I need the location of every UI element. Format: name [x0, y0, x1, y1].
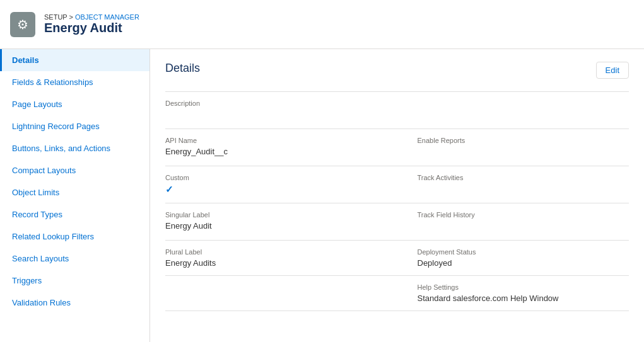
singular-label-label: Singular Label	[165, 211, 387, 219]
description-value	[165, 110, 619, 121]
empty-left-cell	[165, 276, 397, 311]
sidebar-item-search-layouts[interactable]: Search Layouts	[0, 248, 149, 270]
sidebar-item-page-layouts[interactable]: Page Layouts	[0, 93, 149, 115]
api-name-value: Energy_Audit__c	[165, 147, 387, 156]
help-settings-value: Standard salesforce.com Help Window	[418, 294, 619, 303]
custom-label: Custom	[165, 174, 387, 181]
deployment-status-label: Deployment Status	[418, 248, 619, 256]
breadcrumb-setup: SETUP	[44, 13, 67, 21]
sidebar-item-details[interactable]: Details	[0, 49, 149, 71]
plural-label-field: Plural Label Energy Audits	[165, 241, 397, 276]
track-activities-field: Track Activities	[397, 166, 629, 203]
track-field-history-value	[418, 221, 619, 232]
details-header: Details Edit	[165, 62, 629, 79]
deployment-status-field: Deployment Status Deployed	[397, 241, 629, 276]
content-area: Details Edit Description API Name Energy…	[150, 49, 644, 342]
plural-label-value: Energy Audits	[165, 258, 387, 268]
main-layout: Details Fields & Relationships Page Layo…	[0, 49, 644, 342]
enable-reports-field: Enable Reports	[397, 129, 629, 166]
enable-reports-value	[418, 147, 619, 158]
deployment-status-value: Deployed	[418, 258, 619, 268]
sidebar-item-lightning-record-pages[interactable]: Lightning Record Pages	[0, 115, 149, 137]
sidebar-item-validation-rules[interactable]: Validation Rules	[0, 292, 149, 314]
sidebar-item-object-limits[interactable]: Object Limits	[0, 181, 149, 203]
header-text: SETUP > OBJECT MANAGER Energy Audit	[44, 13, 139, 35]
sidebar-item-compact-layouts[interactable]: Compact Layouts	[0, 159, 149, 181]
breadcrumb-object-manager[interactable]: OBJECT MANAGER	[75, 13, 139, 21]
api-name-field: API Name Energy_Audit__c	[165, 129, 397, 166]
sidebar-item-triggers[interactable]: Triggers	[0, 270, 149, 292]
detail-grid: Description API Name Energy_Audit__c Ena…	[165, 91, 629, 311]
sidebar-item-fields-relationships[interactable]: Fields & Relationships	[0, 71, 149, 93]
sidebar-item-buttons-links-actions[interactable]: Buttons, Links, and Actions	[0, 137, 149, 159]
singular-label-value: Energy Audit	[165, 221, 387, 231]
track-field-history-label: Track Field History	[418, 211, 619, 219]
enable-reports-label: Enable Reports	[418, 137, 619, 144]
custom-field: Custom ✓	[165, 166, 397, 203]
page-title: Energy Audit	[44, 21, 139, 35]
details-title: Details	[165, 62, 200, 75]
help-settings-field: Help Settings Standard salesforce.com He…	[397, 276, 629, 311]
breadcrumb: SETUP > OBJECT MANAGER	[44, 13, 139, 21]
sidebar-item-record-types[interactable]: Record Types	[0, 203, 149, 225]
help-settings-label: Help Settings	[418, 283, 619, 291]
object-icon: ⚙	[10, 12, 35, 37]
description-label: Description	[165, 100, 619, 107]
track-activities-label: Track Activities	[418, 174, 619, 181]
track-activities-value	[418, 184, 619, 195]
sidebar-item-related-lookup-filters[interactable]: Related Lookup Filters	[0, 225, 149, 248]
singular-label-field: Singular Label Energy Audit	[165, 203, 397, 241]
api-name-label: API Name	[165, 137, 387, 144]
sidebar: Details Fields & Relationships Page Layo…	[0, 49, 150, 342]
page-header: ⚙ SETUP > OBJECT MANAGER Energy Audit	[0, 0, 644, 49]
breadcrumb-separator: >	[69, 13, 75, 21]
description-field: Description	[165, 92, 629, 129]
custom-value: ✓	[165, 184, 387, 195]
track-field-history-field: Track Field History	[397, 203, 629, 241]
plural-label-label: Plural Label	[165, 248, 387, 256]
edit-button[interactable]: Edit	[596, 62, 629, 79]
